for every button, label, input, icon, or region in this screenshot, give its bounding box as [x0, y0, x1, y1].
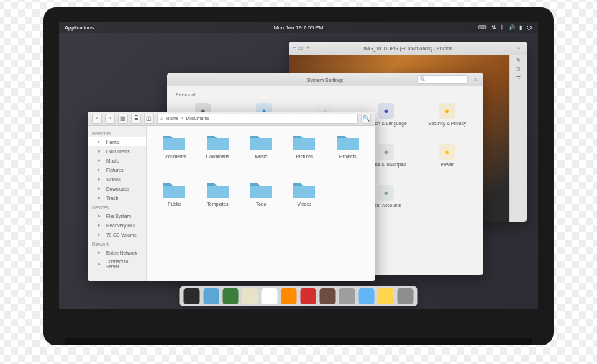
folder-icon: ▸	[98, 261, 103, 267]
photos-sidebar: ↻ ◫ ⇋	[509, 55, 527, 222]
settings-item-power[interactable]: ●Power	[418, 141, 476, 170]
sidebar-item-downloads[interactable]: ▸Downloads	[88, 184, 146, 193]
dock-app-files[interactable]	[204, 288, 219, 304]
sidebar-item-label: Recovery HD	[106, 223, 135, 228]
folder-todo[interactable]: Todo	[241, 181, 281, 225]
top-panel: Applications Mon Jan 19 7:55 PM ⌨ ⇅ ᛒ 🔊 …	[59, 22, 538, 33]
datetime-label[interactable]: Mon Jan 19 7:55 PM	[273, 24, 323, 31]
files-grid: DocumentsDownloadsMusicPicturesProjectsP…	[147, 126, 375, 281]
laptop-base	[65, 338, 532, 345]
flip-icon[interactable]: ⇋	[516, 75, 521, 81]
folder-music[interactable]: Music	[241, 133, 281, 178]
dock-app-notes[interactable]	[378, 288, 394, 304]
sidebar-item-recovery-hd[interactable]: ▸Recovery HD	[88, 221, 146, 229]
path-bar[interactable]: ⌂ Home › Documents	[157, 114, 358, 124]
sidebar-header: Personal	[88, 129, 146, 137]
close-icon[interactable]: ×	[474, 77, 480, 83]
sidebar-item-label: Entire Network	[106, 250, 137, 255]
settings-item-security-privacy[interactable]: ●Security & Privacy	[418, 100, 476, 129]
folder-icon: ▸	[98, 250, 104, 255]
folder-icon	[249, 133, 273, 152]
power-icon[interactable]: ⏻	[527, 24, 532, 31]
keyboard-icon[interactable]: ⌨	[478, 24, 487, 31]
folder-downloads[interactable]: Downloads	[197, 133, 237, 178]
folder-videos[interactable]: Videos	[284, 181, 324, 225]
chevron-right-icon: ›	[181, 116, 183, 121]
search-button[interactable]: 🔍	[361, 114, 371, 124]
files-toolbar: ‹ › ▦ ≣ ◫ ⌂ Home › Documents 🔍	[88, 112, 375, 126]
folder-label: Pictures	[296, 154, 313, 159]
folder-icon	[206, 133, 230, 152]
folder-icon	[336, 133, 360, 152]
system-tray: ⌨ ⇅ ᛒ 🔊 ▮ ⏻	[478, 24, 532, 31]
zoom-out-icon[interactable]: −	[293, 45, 296, 51]
sidebar-item-label: Home	[106, 140, 119, 145]
sidebar-item-music[interactable]: ▸Music	[88, 156, 146, 165]
crop-icon[interactable]: ◫	[516, 66, 521, 72]
sidebar-item-file-system[interactable]: ▸File System	[88, 211, 146, 220]
folder-icon: ▸	[98, 167, 104, 173]
sidebar-item-trash[interactable]: ▸Trash	[88, 194, 146, 202]
path-documents[interactable]: Documents	[186, 116, 209, 121]
zoom-fit-icon[interactable]: ▭	[298, 45, 304, 51]
folder-icon	[206, 181, 230, 199]
sidebar-item-label: 79 GB Volume	[106, 232, 137, 237]
folder-icon	[292, 133, 316, 152]
back-button[interactable]: ‹	[92, 114, 102, 124]
folder-label: Projects	[339, 154, 356, 159]
path-home[interactable]: Home	[166, 116, 178, 121]
dock-app-music[interactable]	[281, 288, 297, 304]
files-sidebar: Personal▸Home▸Documents▸Music▸Pictures▸V…	[88, 126, 147, 281]
view-column-button[interactable]: ◫	[144, 114, 154, 124]
dock-app-chat[interactable]	[398, 288, 414, 304]
volume-icon[interactable]: 🔊	[509, 24, 515, 31]
sidebar-item--gb-volume[interactable]: ▸79 GB Volume	[88, 230, 146, 239]
dock-app-settings[interactable]	[339, 288, 355, 304]
rotate-icon[interactable]: ↻	[516, 58, 521, 63]
sidebar-item-label: Documents	[106, 149, 130, 154]
sidebar-item-connect-to-server-[interactable]: ▸Connect to Server…	[88, 258, 146, 270]
photos-titlebar[interactable]: − ▭ + IMG_1010.JPG (~/Downloads) - Photo…	[289, 42, 527, 55]
dock-app-terminal[interactable]	[184, 288, 200, 304]
folder-documents[interactable]: Documents	[154, 133, 194, 178]
battery-icon[interactable]: ▮	[519, 24, 522, 31]
dock-app-videos[interactable]	[301, 288, 316, 304]
sidebar-header: Network	[88, 240, 146, 247]
photos-toolbar: − ▭ +	[293, 45, 309, 51]
dock-app-calendar[interactable]	[262, 288, 278, 304]
files-window[interactable]: ‹ › ▦ ≣ ◫ ⌂ Home › Documents 🔍 Personal▸…	[88, 112, 375, 281]
dock-app-web-browser[interactable]	[223, 288, 239, 304]
home-icon[interactable]: ⌂	[160, 116, 163, 121]
sidebar-item-entire-network[interactable]: ▸Entire Network	[88, 248, 146, 257]
forward-button[interactable]: ›	[105, 114, 115, 124]
folder-public[interactable]: Public	[154, 181, 194, 225]
bluetooth-icon[interactable]: ᛒ	[501, 24, 504, 31]
sidebar-item-home[interactable]: ▸Home	[88, 137, 146, 146]
view-icon-button[interactable]: ▦	[118, 114, 128, 124]
settings-search-input[interactable]: 🔍	[417, 75, 468, 84]
sidebar-item-documents[interactable]: ▸Documents	[88, 147, 146, 155]
dock-app-mail[interactable]	[242, 288, 258, 304]
dock-app-photos[interactable]	[320, 288, 336, 304]
folder-icon	[292, 181, 316, 199]
view-list-button[interactable]: ≣	[131, 114, 141, 124]
folder-icon: ▸	[98, 222, 104, 228]
sidebar-item-pictures[interactable]: ▸Pictures	[88, 165, 146, 174]
section-personal-label: Personal	[176, 92, 476, 97]
wifi-icon[interactable]: ⇅	[491, 24, 496, 31]
sidebar-item-label: Pictures	[106, 168, 123, 173]
applications-menu[interactable]: Applications	[65, 24, 94, 31]
folder-projects[interactable]: Projects	[328, 133, 368, 178]
folder-pictures[interactable]: Pictures	[284, 133, 324, 178]
folder-templates[interactable]: Templates	[197, 181, 237, 225]
dock-app-app-center[interactable]	[359, 288, 375, 304]
photos-title: IMG_1010.JPG (~/Downloads) - Photos	[363, 46, 452, 51]
zoom-in-icon[interactable]: +	[306, 45, 309, 51]
close-icon[interactable]: ×	[517, 45, 523, 51]
folder-label: Templates	[207, 201, 229, 206]
settings-item-label: Security & Privacy	[428, 121, 466, 126]
folder-icon: ▸	[98, 213, 104, 219]
sidebar-item-videos[interactable]: ▸Videos	[88, 175, 146, 183]
laptop-frame: Applications Mon Jan 19 7:55 PM ⌨ ⇅ ᛒ 🔊 …	[43, 7, 554, 345]
settings-titlebar[interactable]: System Settings 🔍 ×	[167, 73, 483, 86]
